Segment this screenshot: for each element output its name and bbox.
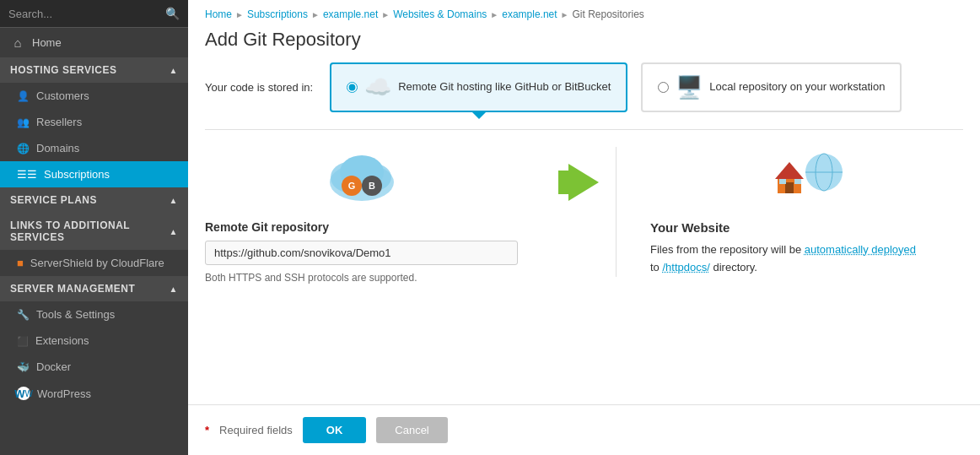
extensions-label: Extensions: [35, 334, 89, 347]
svg-text:G: G: [347, 181, 355, 191]
service-plans-label: Service Plans: [10, 194, 97, 206]
required-note: Required fields: [219, 424, 293, 436]
svg-text:B: B: [369, 181, 375, 191]
breadcrumb-sep-4: ►: [490, 10, 498, 19]
docker-icon: [17, 360, 30, 373]
svg-rect-14: [779, 179, 786, 184]
website-svg: [769, 147, 845, 210]
breadcrumb-sep-2: ►: [311, 10, 320, 19]
left-column: G B Remote Git repository Both HTTPS and…: [205, 147, 552, 284]
breadcrumb-example2[interactable]: example.net: [502, 8, 557, 20]
breadcrumb: Home ► Subscriptions ► example.net ► Web…: [188, 0, 980, 25]
home-icon: [10, 35, 25, 50]
resellers-label: Resellers: [36, 116, 82, 128]
storage-radio-remote[interactable]: [347, 82, 358, 93]
auto-deploy-link[interactable]: automatically deployed: [805, 243, 916, 256]
resellers-icon: [17, 116, 30, 128]
required-star: *: [205, 424, 209, 436]
sidebar-item-tools[interactable]: Tools & Settings: [0, 301, 188, 328]
remote-icon-area: G B: [205, 147, 518, 210]
search-icon: 🔍: [165, 7, 180, 20]
ok-button[interactable]: OK: [303, 417, 367, 443]
search-input[interactable]: [8, 8, 165, 20]
links-section-label: Links to Additional Services: [10, 219, 170, 243]
sidebar-item-domains[interactable]: Domains: [0, 135, 188, 161]
httpdocs-link[interactable]: /httpdocs/: [662, 261, 709, 274]
website-icon-area: [650, 147, 963, 210]
right-column: Your Website Files from the repository w…: [616, 147, 963, 277]
tools-icon: [17, 308, 30, 321]
customers-label: Customers: [36, 89, 89, 102]
server-section-label: Server Management: [10, 283, 135, 295]
subscriptions-label: Subscriptions: [44, 168, 110, 181]
remote-hint: Both HTTPS and SSH protocols are support…: [205, 272, 518, 284]
hosting-section-label: Hosting Services: [10, 64, 116, 76]
remote-git-svg: G B: [320, 147, 404, 210]
sidebar-item-subscriptions[interactable]: ☰ Subscriptions: [0, 161, 188, 187]
sidebar-item-home[interactable]: Home: [0, 28, 188, 57]
search-box[interactable]: 🔍: [0, 0, 188, 28]
sidebar-section-links[interactable]: Links to Additional Services ▲: [0, 213, 188, 250]
sidebar-item-wordpress[interactable]: W WordPress: [0, 380, 188, 407]
wordpress-icon: W: [17, 387, 30, 400]
shield-icon: ■: [17, 257, 24, 269]
breadcrumb-sep-5: ►: [561, 10, 569, 19]
remote-repo-label: Remote Git repository: [205, 220, 518, 234]
sidebar-section-hosting[interactable]: Hosting Services ▲: [0, 57, 188, 83]
website-desc-1: Files from the repository will be: [650, 243, 801, 256]
storage-remote-label: Remote Git hosting like GitHub or BitBuc…: [398, 79, 611, 95]
breadcrumb-subscriptions[interactable]: Subscriptions: [247, 8, 308, 20]
breadcrumb-home[interactable]: Home: [205, 8, 232, 20]
links-chevron-icon: ▲: [170, 227, 178, 236]
page-title: Add Git Repository: [188, 25, 980, 62]
sidebar-item-docker[interactable]: Docker: [0, 354, 188, 380]
remote-url-input[interactable]: [205, 241, 518, 265]
tools-label: Tools & Settings: [36, 308, 115, 321]
hosting-chevron-icon: ▲: [170, 66, 178, 75]
content-area: Your code is stored in: ☁️ Remote Git ho…: [188, 62, 980, 404]
monitor-icon: 🖥️: [676, 74, 703, 100]
two-col-layout: G B Remote Git repository Both HTTPS and…: [205, 129, 963, 284]
wordpress-label: WordPress: [37, 387, 91, 400]
storage-option-remote[interactable]: ☁️ Remote Git hosting like GitHub or Bit…: [330, 62, 627, 112]
website-title: Your Website: [650, 220, 963, 235]
sidebar-home-label: Home: [32, 36, 62, 49]
storage-row: Your code is stored in: ☁️ Remote Git ho…: [205, 62, 963, 112]
website-description: Files from the repository will be automa…: [650, 241, 963, 277]
storage-label: Your code is stored in:: [205, 81, 313, 94]
arrow-area: [552, 164, 616, 201]
extensions-icon: [17, 334, 29, 347]
docker-label: Docker: [36, 360, 71, 373]
sidebar-item-customers[interactable]: Customers: [0, 83, 188, 109]
storage-radio-local[interactable]: [658, 82, 669, 93]
sidebar-item-extensions[interactable]: Extensions: [0, 328, 188, 354]
storage-local-label: Local repository on your workstation: [709, 79, 885, 95]
website-desc-2: to: [650, 261, 660, 274]
domains-label: Domains: [36, 142, 79, 154]
server-chevron-icon: ▲: [170, 284, 178, 294]
sidebar-item-resellers[interactable]: Resellers: [0, 109, 188, 135]
breadcrumb-git: Git Repositories: [573, 8, 644, 20]
svg-marker-12: [775, 162, 804, 179]
sidebar: 🔍 Home Hosting Services ▲ Customers Rese…: [0, 0, 188, 455]
servershield-label: ServerShield by CloudFlare: [30, 257, 164, 269]
cancel-button[interactable]: Cancel: [376, 417, 447, 443]
sidebar-section-service-plans[interactable]: Service Plans ▲: [0, 187, 188, 213]
svg-rect-15: [794, 179, 801, 184]
sidebar-item-servershield[interactable]: ■ ServerShield by CloudFlare: [0, 250, 188, 276]
website-desc-3: directory.: [713, 261, 757, 274]
breadcrumb-example1[interactable]: example.net: [323, 8, 378, 20]
storage-option-local[interactable]: 🖥️ Local repository on your workstation: [641, 62, 902, 112]
breadcrumb-websites[interactable]: Websites & Domains: [393, 8, 487, 20]
svg-rect-13: [785, 182, 794, 193]
deploy-arrow-icon: [568, 164, 599, 201]
footer-bar: * Required fields OK Cancel: [188, 404, 980, 455]
subscriptions-icon: ☰: [17, 168, 37, 181]
cloud-icon: ☁️: [364, 74, 391, 100]
customers-icon: [17, 89, 30, 102]
breadcrumb-sep-3: ►: [381, 10, 390, 19]
domains-icon: [17, 142, 30, 154]
breadcrumb-sep-1: ►: [235, 10, 244, 19]
sidebar-section-server[interactable]: Server Management ▲: [0, 276, 188, 301]
service-plans-chevron-icon: ▲: [170, 196, 178, 205]
